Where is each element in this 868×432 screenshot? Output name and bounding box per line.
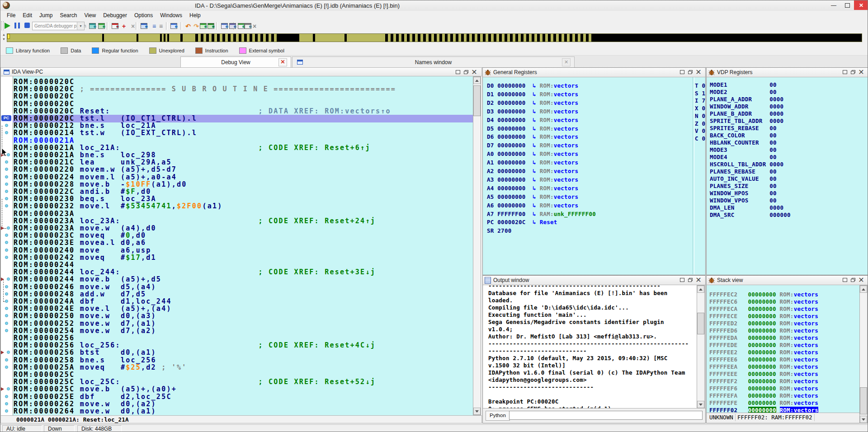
register-row-A2[interactable]: A2 00000000 ↳ ROM:vectors (487, 168, 578, 174)
stack-row[interactable]: FFFFFEDA 00000000 ROM:vectors (709, 334, 818, 341)
vdp-row-MODE4[interactable]: MODE4 00 (710, 154, 777, 160)
stack-row[interactable]: FFFFFEE6 00000000 ROM:vectors (709, 356, 818, 363)
close-icon[interactable]: ✕ (694, 277, 703, 283)
vdp-row-WINDOW_ADDR[interactable]: WINDOW_ADDR 0000 (710, 103, 783, 110)
chevron-down-icon[interactable]: ▼ (77, 22, 84, 30)
breakpoint-list-icon[interactable] (110, 22, 119, 30)
register-row-A5[interactable]: A5 00000000 ↳ ROM:vectors (487, 193, 578, 200)
menu-windows[interactable]: Windows (156, 11, 186, 19)
memory-window-icon[interactable] (169, 22, 178, 30)
scroll-down-icon[interactable] (860, 416, 867, 423)
close-icon[interactable]: ✕ (470, 69, 478, 75)
menu-debugger[interactable]: Debugger (99, 11, 131, 19)
menu-search[interactable]: Search (56, 11, 80, 19)
stack-row[interactable]: FFFFFEFA 00000000 ROM:vectors (709, 392, 818, 399)
scrollbar-thumb[interactable] (860, 387, 867, 414)
register-row-D1[interactable]: D1 00000000 ↳ ROM:vectors (487, 91, 578, 98)
register-row-A0[interactable]: A0 00000000 ↳ ROM:vectors (487, 150, 578, 157)
restore-icon[interactable] (849, 69, 857, 75)
restore-icon[interactable] (462, 69, 470, 75)
vdp-row-PLANES_REBASE[interactable]: PLANES_REBASE 00 (710, 168, 777, 175)
binoculars-icon[interactable] (228, 22, 237, 30)
step-over-icon[interactable] (206, 22, 215, 30)
register-row-D5[interactable]: D5 00000000 ↳ ROM:vectors (487, 125, 578, 132)
close-window-icon[interactable]: × (250, 22, 259, 30)
menu-options[interactable]: Options (131, 11, 156, 19)
vdp-row-MODE1[interactable]: MODE1 00 (710, 81, 777, 88)
register-row-SR[interactable]: SR 2700 (487, 227, 511, 234)
navigation-band[interactable] (7, 33, 862, 42)
minimize-icon[interactable] (678, 277, 686, 283)
vdp-row-MODE3[interactable]: MODE3 00 (710, 146, 777, 153)
python-button[interactable]: Python (486, 411, 510, 421)
find-window-icon[interactable] (220, 22, 229, 30)
close-icon[interactable]: ✕ (857, 277, 865, 283)
stack-row[interactable]: FFFFFED6 00000000 ROM:vectors (709, 327, 818, 334)
register-row-D0[interactable]: D0 00000000 ↳ ROM:vectors (487, 82, 578, 89)
vdp-row-MODE2[interactable]: MODE2 00 (710, 89, 777, 95)
tab-names-window[interactable]: Names window ✕ (292, 56, 575, 67)
stack-scrollbar[interactable] (859, 285, 868, 423)
run-plugin-icon[interactable] (97, 22, 106, 30)
add-breakpoint-icon[interactable]: + (119, 22, 128, 30)
vdp-row-HBLANK_COUNTER[interactable]: HBLANK_COUNTER 00 (710, 139, 777, 146)
close-icon[interactable]: ✕ (857, 69, 865, 75)
vdp-row-SPRITES_REBASE[interactable]: SPRITES_REBASE 00 (710, 125, 777, 131)
register-row-D4[interactable]: D4 00000000 ↳ ROM:vectors (487, 117, 578, 123)
stack-row[interactable]: FFFFFEE2 00000000 ROM:vectors (709, 349, 818, 356)
nav-up-icon[interactable]: ▲ (2, 33, 5, 36)
stack-row[interactable]: FFFFFEF6 00000000 ROM:vectors (709, 385, 818, 392)
stack-row[interactable]: FFFFFEEE 00000000 ROM:vectors (709, 371, 818, 377)
menu-jump[interactable]: Jump (36, 11, 56, 19)
scroll-down-icon[interactable] (697, 401, 704, 408)
menu-edit[interactable]: Edit (19, 11, 36, 19)
register-row-A6[interactable]: A6 00000000 ↳ ROM:vectors (487, 202, 578, 209)
scroll-up-icon[interactable] (860, 286, 867, 293)
minimize-icon[interactable] (841, 69, 849, 75)
register-row-A1[interactable]: A1 00000000 ↳ ROM:vectors (487, 159, 578, 166)
minimize-icon[interactable] (678, 69, 686, 75)
stack-row[interactable]: FFFFFEDE 00000000 ROM:vectors (709, 342, 818, 348)
register-row-PC[interactable]: PC 0000020C ↳ Reset (487, 219, 557, 225)
output-log[interactable]: ----------------------------------------… (483, 285, 697, 408)
pause-process-icon[interactable] (14, 23, 21, 28)
stack-row[interactable]: FFFFFECE 00000000 ROM:vectors (709, 313, 818, 319)
flag-row-C[interactable]: C 0 (695, 135, 705, 142)
scroll-up-icon[interactable] (697, 286, 704, 293)
tab-debug-view[interactable]: Debug View ✕ (180, 56, 291, 67)
close-button[interactable]: ✕ (854, 0, 868, 10)
restore-icon[interactable] (849, 277, 857, 283)
vdp-row-BACK_COLOR[interactable]: BACK_COLOR 00 (710, 132, 777, 139)
register-row-D3[interactable]: D3 00000000 ↳ ROM:vectors (487, 108, 578, 115)
undo-icon[interactable]: ↶ (184, 22, 193, 30)
flag-row-N[interactable]: N 0 (695, 113, 705, 119)
stack-row[interactable]: FFFFFEC2 00000000 ROM:vectors (709, 291, 818, 298)
menu-file[interactable]: File (3, 11, 19, 19)
minimize-button[interactable]: — (827, 0, 840, 10)
vdp-row-AUTO_INC_VALUE[interactable]: AUTO_INC_VALUE 00 (710, 175, 777, 182)
flag-row-S[interactable]: S 1 (695, 90, 705, 97)
toolbar-drag-handle[interactable] (1, 21, 4, 30)
minimize-icon[interactable] (841, 277, 849, 283)
vdp-row-PLANE_B_ADDR[interactable]: PLANE_B_ADDR 0000 (710, 110, 783, 117)
vdp-row-PLANES_SIZE[interactable]: PLANES_SIZE 00 (710, 183, 777, 189)
vdp-row-SPRITE_TBL_ADDR[interactable]: SPRITE_TBL_ADDR 0000 (710, 117, 783, 124)
edit-watch-icon[interactable]: ≡ (156, 22, 165, 30)
disasm-line[interactable]: ROM:00000264 move.w d0,(a1) (1, 408, 473, 415)
vdp-row-PLANE_A_ADDR[interactable]: PLANE_A_ADDR 0000 (710, 96, 783, 103)
register-row-A3[interactable]: A3 00000000 ↳ ROM:vectors (487, 176, 578, 183)
restore-icon[interactable] (686, 69, 694, 75)
close-icon[interactable]: ✕ (694, 69, 703, 75)
menu-help[interactable]: Help (186, 11, 204, 19)
vdp-row-DMA_SRC[interactable]: DMA_SRC 000000 (710, 211, 791, 218)
flag-row-T[interactable]: T 0 (695, 82, 705, 89)
vdp-row-WINDOW_HPOS[interactable]: WINDOW_HPOS 00 (710, 190, 777, 197)
register-row-D2[interactable]: D2 00000000 ↳ ROM:vectors (487, 99, 578, 106)
vdp-row-WINDOW_VPOS[interactable]: WINDOW_VPOS 00 (710, 197, 777, 204)
flag-row-X[interactable]: X 0 (695, 105, 705, 112)
stack-row[interactable]: FFFFFECA 00000000 ROM:vectors (709, 305, 818, 312)
maximize-button[interactable] (840, 0, 854, 10)
scrollbar-thumb[interactable] (697, 313, 704, 334)
debugger-plugin-select[interactable]: GensIDA debugger plugin ▼ (32, 22, 85, 30)
minimize-icon[interactable] (454, 69, 462, 75)
